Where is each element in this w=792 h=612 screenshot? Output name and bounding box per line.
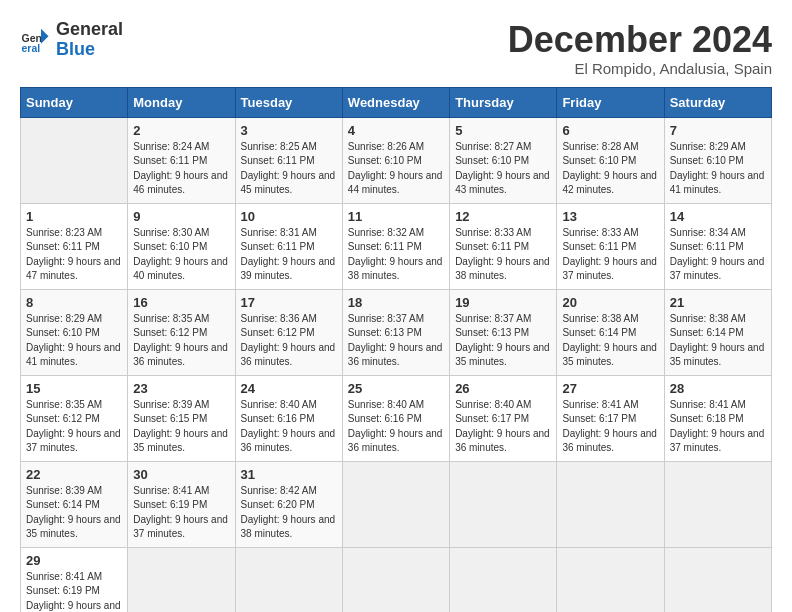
day-number: 27 [562,381,658,396]
day-number: 23 [133,381,229,396]
day-number: 31 [241,467,337,482]
day-info: Sunrise: 8:27 AM Sunset: 6:10 PM Dayligh… [455,140,551,198]
day-number: 4 [348,123,444,138]
table-row: 27Sunrise: 8:41 AM Sunset: 6:17 PM Dayli… [557,375,664,461]
day-number: 8 [26,295,122,310]
logo-icon: Gen eral [20,25,50,55]
table-row [557,547,664,612]
day-info: Sunrise: 8:30 AM Sunset: 6:10 PM Dayligh… [133,226,229,284]
table-row: 25Sunrise: 8:40 AM Sunset: 6:16 PM Dayli… [342,375,449,461]
calendar-week-row: 2Sunrise: 8:24 AM Sunset: 6:11 PM Daylig… [21,117,772,203]
day-number: 30 [133,467,229,482]
day-number: 6 [562,123,658,138]
day-info: Sunrise: 8:38 AM Sunset: 6:14 PM Dayligh… [670,312,766,370]
day-info: Sunrise: 8:38 AM Sunset: 6:14 PM Dayligh… [562,312,658,370]
day-number: 17 [241,295,337,310]
svg-text:eral: eral [22,42,41,54]
location-subtitle: El Rompido, Andalusia, Spain [508,60,772,77]
table-row: 16Sunrise: 8:35 AM Sunset: 6:12 PM Dayli… [128,289,235,375]
day-number: 29 [26,553,122,568]
day-info: Sunrise: 8:41 AM Sunset: 6:17 PM Dayligh… [562,398,658,456]
day-info: Sunrise: 8:36 AM Sunset: 6:12 PM Dayligh… [241,312,337,370]
day-info: Sunrise: 8:23 AM Sunset: 6:11 PM Dayligh… [26,226,122,284]
day-number: 11 [348,209,444,224]
day-number: 19 [455,295,551,310]
day-number: 3 [241,123,337,138]
table-row: 3Sunrise: 8:25 AM Sunset: 6:11 PM Daylig… [235,117,342,203]
table-row: 21Sunrise: 8:38 AM Sunset: 6:14 PM Dayli… [664,289,771,375]
table-row: 26Sunrise: 8:40 AM Sunset: 6:17 PM Dayli… [450,375,557,461]
table-row [450,547,557,612]
day-info: Sunrise: 8:35 AM Sunset: 6:12 PM Dayligh… [133,312,229,370]
col-friday: Friday [557,87,664,117]
table-row: 8Sunrise: 8:29 AM Sunset: 6:10 PM Daylig… [21,289,128,375]
table-row [342,461,449,547]
day-number: 9 [133,209,229,224]
day-info: Sunrise: 8:29 AM Sunset: 6:10 PM Dayligh… [26,312,122,370]
day-info: Sunrise: 8:29 AM Sunset: 6:10 PM Dayligh… [670,140,766,198]
day-info: Sunrise: 8:42 AM Sunset: 6:20 PM Dayligh… [241,484,337,542]
table-row: 4Sunrise: 8:26 AM Sunset: 6:10 PM Daylig… [342,117,449,203]
day-info: Sunrise: 8:26 AM Sunset: 6:10 PM Dayligh… [348,140,444,198]
table-row: 29Sunrise: 8:41 AM Sunset: 6:19 PM Dayli… [21,547,128,612]
day-info: Sunrise: 8:40 AM Sunset: 6:16 PM Dayligh… [241,398,337,456]
day-info: Sunrise: 8:37 AM Sunset: 6:13 PM Dayligh… [348,312,444,370]
day-number: 15 [26,381,122,396]
day-info: Sunrise: 8:33 AM Sunset: 6:11 PM Dayligh… [562,226,658,284]
table-row: 6Sunrise: 8:28 AM Sunset: 6:10 PM Daylig… [557,117,664,203]
table-row: 19Sunrise: 8:37 AM Sunset: 6:13 PM Dayli… [450,289,557,375]
table-row [450,461,557,547]
table-row: 20Sunrise: 8:38 AM Sunset: 6:14 PM Dayli… [557,289,664,375]
logo-blue: Blue [56,39,95,59]
table-row [21,117,128,203]
col-saturday: Saturday [664,87,771,117]
day-number: 28 [670,381,766,396]
calendar-week-row: 15Sunrise: 8:35 AM Sunset: 6:12 PM Dayli… [21,375,772,461]
day-number: 1 [26,209,122,224]
month-title: December 2024 [508,20,772,60]
calendar-header-row: Sunday Monday Tuesday Wednesday Thursday… [21,87,772,117]
day-number: 7 [670,123,766,138]
day-info: Sunrise: 8:35 AM Sunset: 6:12 PM Dayligh… [26,398,122,456]
table-row [342,547,449,612]
calendar-week-row: 22Sunrise: 8:39 AM Sunset: 6:14 PM Dayli… [21,461,772,547]
day-number: 12 [455,209,551,224]
table-row: 11Sunrise: 8:32 AM Sunset: 6:11 PM Dayli… [342,203,449,289]
day-info: Sunrise: 8:37 AM Sunset: 6:13 PM Dayligh… [455,312,551,370]
table-row: 12Sunrise: 8:33 AM Sunset: 6:11 PM Dayli… [450,203,557,289]
col-sunday: Sunday [21,87,128,117]
table-row: 10Sunrise: 8:31 AM Sunset: 6:11 PM Dayli… [235,203,342,289]
day-info: Sunrise: 8:32 AM Sunset: 6:11 PM Dayligh… [348,226,444,284]
calendar-week-row: 1Sunrise: 8:23 AM Sunset: 6:11 PM Daylig… [21,203,772,289]
day-number: 18 [348,295,444,310]
day-info: Sunrise: 8:40 AM Sunset: 6:16 PM Dayligh… [348,398,444,456]
table-row: 9Sunrise: 8:30 AM Sunset: 6:10 PM Daylig… [128,203,235,289]
day-number: 13 [562,209,658,224]
day-info: Sunrise: 8:33 AM Sunset: 6:11 PM Dayligh… [455,226,551,284]
table-row: 18Sunrise: 8:37 AM Sunset: 6:13 PM Dayli… [342,289,449,375]
table-row: 13Sunrise: 8:33 AM Sunset: 6:11 PM Dayli… [557,203,664,289]
table-row: 22Sunrise: 8:39 AM Sunset: 6:14 PM Dayli… [21,461,128,547]
table-row: 17Sunrise: 8:36 AM Sunset: 6:12 PM Dayli… [235,289,342,375]
table-row: 24Sunrise: 8:40 AM Sunset: 6:16 PM Dayli… [235,375,342,461]
calendar-table: Sunday Monday Tuesday Wednesday Thursday… [20,87,772,612]
table-row: 5Sunrise: 8:27 AM Sunset: 6:10 PM Daylig… [450,117,557,203]
col-thursday: Thursday [450,87,557,117]
title-block: December 2024 El Rompido, Andalusia, Spa… [508,20,772,77]
day-number: 14 [670,209,766,224]
day-info: Sunrise: 8:25 AM Sunset: 6:11 PM Dayligh… [241,140,337,198]
table-row [664,461,771,547]
day-info: Sunrise: 8:34 AM Sunset: 6:11 PM Dayligh… [670,226,766,284]
table-row [235,547,342,612]
day-number: 20 [562,295,658,310]
col-tuesday: Tuesday [235,87,342,117]
col-wednesday: Wednesday [342,87,449,117]
table-row: 7Sunrise: 8:29 AM Sunset: 6:10 PM Daylig… [664,117,771,203]
day-info: Sunrise: 8:40 AM Sunset: 6:17 PM Dayligh… [455,398,551,456]
table-row: 15Sunrise: 8:35 AM Sunset: 6:12 PM Dayli… [21,375,128,461]
logo: Gen eral General Blue [20,20,123,60]
table-row: 30Sunrise: 8:41 AM Sunset: 6:19 PM Dayli… [128,461,235,547]
table-row [128,547,235,612]
day-number: 26 [455,381,551,396]
day-number: 10 [241,209,337,224]
